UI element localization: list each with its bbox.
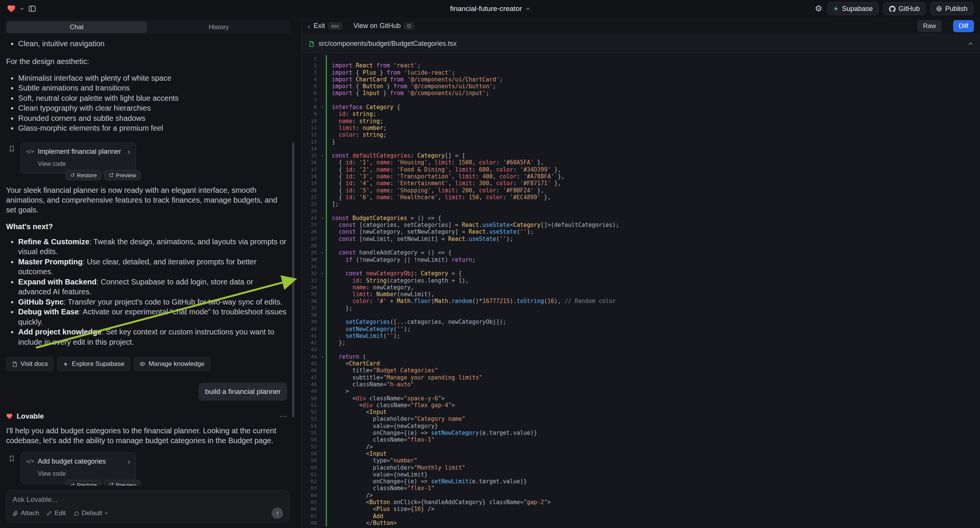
- settings-gear-icon[interactable]: ⚙: [815, 5, 822, 13]
- restore-button[interactable]: ↺Restore: [65, 170, 101, 180]
- code-text: className="flex-1": [326, 436, 980, 443]
- line-number: 35: [302, 291, 319, 298]
- code-line: 60 placeholder="Monthly limit": [302, 464, 980, 471]
- supabase-button[interactable]: Supabase: [827, 2, 878, 15]
- code-line: 40 setNewCategory('');: [302, 326, 980, 332]
- code-line: 22];: [302, 201, 980, 208]
- bookmark-icon[interactable]: [9, 455, 14, 462]
- edit-button[interactable]: Edit: [46, 509, 65, 517]
- code-text: const BudgetCategories = () => {: [326, 215, 980, 221]
- code-line: 56 className="flex-1": [302, 436, 980, 443]
- chevron-down-icon: [105, 511, 108, 515]
- code-text: ];: [326, 201, 980, 208]
- code-line: 20 { id: '5', name: 'Shopping', limit: 2…: [302, 187, 980, 194]
- line-number: 61: [302, 471, 319, 478]
- line-number: 33: [302, 277, 319, 284]
- preview-button[interactable]: Preview: [104, 480, 140, 485]
- line-number: 11: [302, 125, 319, 132]
- tool-card-row: </> Add budget categories › View code ↺R…: [21, 452, 136, 484]
- code-line: 37 };: [302, 305, 980, 312]
- code-text: id: string;: [326, 111, 980, 118]
- next-step-item: Debug with Ease: Activate our experiment…: [18, 307, 287, 327]
- external-link-icon: [109, 173, 114, 178]
- code-text: subtitle="Manage your spending limits": [326, 374, 980, 381]
- line-number: 34: [302, 284, 319, 291]
- knowledge-button[interactable]: Manage knowledge: [134, 357, 210, 371]
- fold-caret: [319, 499, 326, 506]
- line-number: 38: [302, 312, 319, 318]
- add-budget-categories-card[interactable]: </> Add budget categories › View code: [21, 452, 136, 484]
- fold-caret: [319, 464, 326, 471]
- lovable-logo-heart-icon[interactable]: [7, 4, 16, 13]
- view-on-github-link[interactable]: View on GitHub G: [353, 22, 414, 30]
- preview-button[interactable]: Preview: [104, 170, 140, 180]
- publish-button[interactable]: Publish: [931, 2, 973, 15]
- next-step-item: Master Prompting: Use clear, detailed, a…: [18, 257, 287, 277]
- code-line: 68 </Button>: [302, 520, 980, 526]
- collapse-chevron-up-icon[interactable]: [968, 41, 973, 46]
- code-line: 51 <div className="flex gap-4">: [302, 402, 980, 409]
- code-text: value={newCategory}: [326, 423, 980, 429]
- diff-toggle-button[interactable]: Diff: [953, 20, 974, 32]
- send-button[interactable]: ↑: [272, 507, 283, 519]
- attach-button[interactable]: Attach: [13, 509, 39, 517]
- line-number: 18: [302, 173, 319, 180]
- bookmark-icon[interactable]: [9, 145, 14, 152]
- message-menu-icon[interactable]: ⋯: [280, 411, 287, 421]
- line-number: 3: [302, 69, 319, 76]
- app-root: financial-future-creator ⚙ Supabase GitH…: [0, 0, 980, 528]
- code-text: import { Plus } from 'lucide-react';: [326, 69, 980, 76]
- project-title: financial-future-creator: [450, 5, 522, 13]
- chat-scrollbar-thumb[interactable]: [292, 142, 294, 417]
- view-code-link[interactable]: View code: [38, 469, 130, 479]
- file-path-bar[interactable]: src/components/budget/BudgetCategories.t…: [302, 35, 980, 53]
- design-heading: For the design aesthetic:: [6, 56, 287, 66]
- code-text: { id: '5', name: 'Shopping', limit: 200,…: [326, 187, 980, 194]
- line-number: 62: [302, 478, 319, 485]
- project-switcher[interactable]: financial-future-creator: [450, 5, 530, 13]
- view-code-link[interactable]: View code: [38, 159, 130, 169]
- tab-chat[interactable]: Chat: [6, 22, 147, 33]
- whats-next-heading: What's next?: [6, 221, 287, 231]
- line-number: 31: [302, 263, 319, 270]
- code-line: 44▾ return (: [302, 353, 980, 360]
- card-title: Add budget categories: [38, 456, 106, 466]
- code-text: limit: Number(newLimit),: [326, 291, 980, 298]
- code-line: 19 { id: '4', name: 'Entertainment', lim…: [302, 180, 980, 187]
- fold-caret: [319, 492, 326, 499]
- line-number: 55: [302, 429, 319, 436]
- line-number: 54: [302, 423, 319, 429]
- code-editor[interactable]: 12import React from 'react';3import { Pl…: [302, 53, 980, 528]
- code-line: 31: [302, 263, 980, 270]
- code-line: 27 const [newLimit, setNewLimit] = React…: [302, 235, 980, 242]
- code-panel: ‹ Exit esc View on GitHub G Raw Diff src…: [301, 17, 980, 528]
- chat-input[interactable]: [13, 495, 283, 504]
- fold-caret: [319, 388, 326, 395]
- restore-button[interactable]: ↺Restore: [65, 480, 101, 485]
- fold-caret: [319, 332, 326, 339]
- fold-caret: [319, 457, 326, 464]
- fold-caret: [319, 221, 326, 228]
- chat-mode-selector[interactable]: Default: [73, 509, 109, 517]
- implement-planner-card[interactable]: </> Implement financial planner › View c…: [21, 142, 136, 174]
- doc-button[interactable]: Visit docs: [6, 357, 53, 371]
- raw-toggle-button[interactable]: Raw: [918, 20, 942, 32]
- supabase-button[interactable]: Explore Supabase: [57, 357, 130, 371]
- code-text: <Input: [326, 450, 980, 457]
- fold-caret: [319, 326, 326, 332]
- fold-caret: [319, 235, 326, 242]
- code-text: [326, 263, 980, 270]
- supabase-icon: [63, 361, 68, 367]
- chat-messages[interactable]: Clean, intuitive navigation For the desi…: [0, 36, 296, 485]
- exit-button[interactable]: ‹ Exit esc: [308, 22, 342, 30]
- github-button[interactable]: GitHub: [883, 2, 926, 15]
- code-line: 55 onChange={(e) => setNewCategory(e.tar…: [302, 429, 980, 436]
- sidebar-toggle-icon[interactable]: [28, 5, 37, 13]
- fold-caret: [319, 194, 326, 201]
- tab-history[interactable]: History: [148, 22, 289, 33]
- code-line: 26 const [newCategory, setNewCategory] =…: [302, 228, 980, 235]
- card-title-row: </> Implement financial planner ›: [26, 146, 130, 156]
- partial-bullet-list: Clean, intuitive navigation: [6, 39, 287, 49]
- code-text: interface Category {: [326, 104, 980, 111]
- logo-chevron-down-icon[interactable]: [20, 6, 24, 11]
